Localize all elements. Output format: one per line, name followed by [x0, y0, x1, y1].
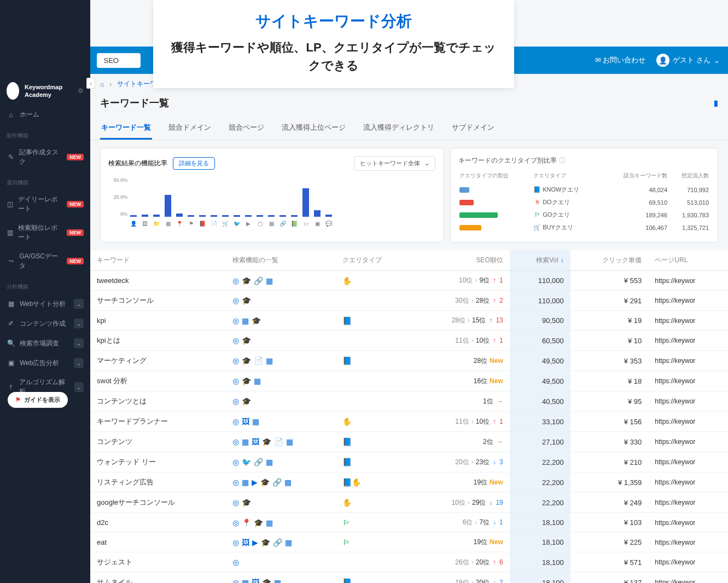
feature-icon: ◎	[232, 437, 239, 446]
feature-icon: ◎	[232, 417, 239, 426]
breadcrumb-home[interactable]: ⌂	[100, 80, 104, 88]
sidebar-home[interactable]: ⌂ ホーム	[0, 105, 90, 124]
tab-4[interactable]: 流入獲得ディレクトリ	[362, 117, 435, 140]
sidebar-item-task[interactable]: ✎ 記事作成タスク NEW	[0, 143, 90, 171]
page-title: キーワード一覧 ▮	[90, 94, 728, 117]
table-row[interactable]: コンテンツとは ◎🎓 1位→ 40,500 ¥ 95 https://keywo…	[90, 391, 728, 412]
sidebar-brand[interactable]: ✦ Keywordmap Academy ⚙	[0, 77, 90, 105]
feature-icon: 🎓	[242, 498, 251, 507]
feature-icon: ▦	[252, 417, 259, 426]
avatar-icon: 👤	[656, 54, 669, 67]
feature-icon: 🎓	[262, 578, 271, 583]
feature-icon: ▦	[266, 276, 273, 285]
feature-icon: ▦	[286, 437, 293, 446]
query-type-row: 🏳 GOクエリ 189,246 1,930,783	[459, 209, 709, 221]
feature-icon: ▦	[242, 578, 249, 583]
table-row[interactable]: kpi ◎▦🎓 📘 28位›15位↑13 90,500 ¥ 19 https:/…	[90, 311, 728, 331]
overlay-banner: サイトキーワード分析 獲得キーワードや順位、LP、クエリタイプが一覧でチェックで…	[153, 0, 514, 88]
feature-icon: 🔗	[254, 276, 263, 285]
panel-label: キーワードのクエリタイプ別比率	[458, 156, 557, 165]
chart-bar	[268, 215, 275, 217]
new-badge: NEW	[67, 258, 84, 264]
query-type-table: クエリタイプの割合 クエリタイプ 該当キーワード数 想定流入数 📘 KNOWクエ…	[458, 171, 710, 234]
table-row[interactable]: サーチコンソール ◎🎓 30位›28位↑2 110,000 ¥ 291 http…	[90, 291, 728, 311]
feature-icon: 🎓	[260, 478, 270, 487]
bookmark-icon[interactable]: ▮	[714, 99, 718, 107]
table-row[interactable]: swot 分析 ◎🎓▦ 16位New 49,500 ¥ 18 https://k…	[90, 371, 728, 391]
site-icon: ▦	[7, 300, 15, 308]
table-row[interactable]: サジェスト ◎ 26位›20位↑6 18,100 ¥ 571 https://k…	[90, 552, 728, 573]
sidebar-item-content[interactable]: ✐ コンテンツ作成 ⌄	[0, 314, 90, 333]
tab-2[interactable]: 競合ページ	[228, 117, 265, 140]
tab-0[interactable]: キーワード一覧	[100, 117, 152, 140]
feature-icon: ◎	[232, 377, 239, 385]
col-features[interactable]: 検索機能の一覧	[226, 250, 336, 271]
feature-icon: ▶	[252, 478, 258, 487]
table-row[interactable]: ウォンテッド リー ◎🐦🔗▦ 📘 20位›23位↓3 22,200 ¥ 210 …	[90, 452, 728, 472]
feature-icon: 🎓	[242, 356, 251, 365]
ads-icon: ▣	[7, 359, 15, 367]
tab-3[interactable]: 流入獲得上位ページ	[281, 117, 347, 140]
feature-icon: ◎	[232, 296, 239, 305]
mail-icon: ✉	[595, 56, 601, 64]
sidebar-item-ga[interactable]: ⤳ GA/GSCデータ NEW	[0, 247, 90, 275]
contact-link[interactable]: ✉ お問い合わせ	[595, 55, 646, 65]
bar-chart: 50.0% 25.0% 0% 👤🖼📁▦📍⚑📕📄🛒🐦▶▢▦🔗📗▭▣💬	[108, 177, 435, 227]
table-row[interactable]: tweetdeck ◎🎓🔗▦ ✋ 10位›9位↑1 110,000 ¥ 553 …	[90, 271, 728, 291]
detail-button[interactable]: 詳細を見る	[173, 157, 215, 170]
user-menu[interactable]: 👤 ゲスト さん ⌄	[656, 54, 720, 67]
table-row[interactable]: kpiとは ◎🎓 11位›10位↑1 60,500 ¥ 10 https://k…	[90, 331, 728, 351]
feature-icon: 🖼	[252, 437, 259, 446]
panel-label: 検索結果の機能比率	[108, 159, 167, 168]
feature-icon: ◎	[232, 538, 239, 547]
col-keyword[interactable]: キーワード	[90, 250, 226, 271]
tab-5[interactable]: サブドメイン	[451, 117, 496, 140]
table-row[interactable]: リスティング広告 ◎▦▶🎓🔗▦ 📘✋ 19位New 22,200 ¥ 1,359…	[90, 472, 728, 493]
chart-bar	[222, 215, 229, 217]
feature-icon: ▦	[242, 478, 249, 487]
home-icon: ⌂	[7, 111, 15, 119]
feature-icon: ▦	[266, 458, 273, 466]
sidebar-item-site[interactable]: ▦ Webサイト分析 ⌄	[0, 294, 90, 314]
filter-dropdown[interactable]: ヒットキーワード全体 ⌄	[354, 156, 435, 171]
gear-icon[interactable]: ⚙	[78, 87, 84, 95]
col-cpc[interactable]: クリック単価	[570, 250, 649, 271]
col-volume[interactable]: 検索Vol↓	[510, 250, 570, 271]
sidebar-item-rank[interactable]: ▥ 検索順位レポート NEW	[0, 218, 90, 247]
sidebar-item-ads[interactable]: ▣ Web広告分析 ⌄	[0, 353, 90, 373]
tab-1[interactable]: 競合ドメイン	[167, 117, 212, 140]
table-row[interactable]: コンテンツ ◎▦🖼🎓📄▦ 📘 2位→ 27,100 ¥ 330 https://…	[90, 432, 728, 452]
table-row[interactable]: キーワードプランナー ◎🖼▦ ✋ 11位›10位↑1 33,100 ¥ 156 …	[90, 412, 728, 432]
guide-button[interactable]: ⚑ ガイドを表示	[8, 392, 68, 408]
table-row[interactable]: googleサーチコンソール ◎🎓 ✋ 10位›29位↓19 22,200 ¥ …	[90, 493, 728, 513]
sidebar-collapse-button[interactable]: ‹	[86, 78, 95, 89]
sidebar-section: 制作機能	[0, 129, 90, 143]
search-input[interactable]: SEO	[97, 53, 141, 68]
feature-icon: 📄	[254, 356, 263, 365]
sort-desc-icon: ↓	[561, 256, 564, 264]
table-row[interactable]: d2c ◎📍🎓▦ 🏳 6位›7位↓1 18,100 ¥ 103 https://…	[90, 513, 728, 533]
feature-icon: 🔗	[273, 538, 282, 547]
chart-bar	[130, 215, 137, 217]
new-badge: NEW	[67, 154, 84, 160]
panel-feature-ratio: 検索結果の機能比率 詳細を見る ヒットキーワード全体 ⌄ 50.0% 25.0%…	[100, 148, 444, 243]
keyword-table: キーワード 検索機能の一覧 クエリタイプ SEO順位 検索Vol↓ クリック単価…	[90, 250, 728, 583]
table-row[interactable]: eat ◎🖼▶🎓🔗▦ 🏳 19位New 18,100 ¥ 225 https:/…	[90, 533, 728, 552]
query-type-row: 🖱 DOクエリ 69,510 513,010	[459, 197, 709, 208]
table-row[interactable]: サムネイル ◎▦🖼🎓▦ 📘 18位›20位↓2 18,100 ¥ 137 htt…	[90, 573, 728, 584]
chart-bar	[257, 215, 263, 217]
sidebar: ✦ Keywordmap Academy ⚙ ⌂ ホーム 制作機能 ✎ 記事作成…	[0, 0, 90, 583]
table-row[interactable]: マーケティング ◎🎓📄▦ 📘 28位New 49,500 ¥ 353 https…	[90, 351, 728, 371]
col-rank[interactable]: SEO順位	[413, 250, 509, 271]
sidebar-item-market[interactable]: 🔍 検索市場調査 ⌄	[0, 333, 90, 353]
col-querytype[interactable]: クエリタイプ	[336, 250, 414, 271]
feature-icon: ◎	[232, 458, 239, 466]
help-icon[interactable]: ⓘ	[559, 156, 566, 165]
col-url[interactable]: ページURL	[648, 250, 728, 271]
feature-icon: 🎓	[242, 296, 251, 305]
feature-icon: ▦	[254, 377, 261, 385]
chart-bar	[153, 215, 160, 217]
feature-icon: 🔗	[254, 458, 263, 466]
sidebar-item-daily[interactable]: ◫ デイリーレポート NEW	[0, 190, 90, 218]
chart-bar	[165, 195, 171, 217]
